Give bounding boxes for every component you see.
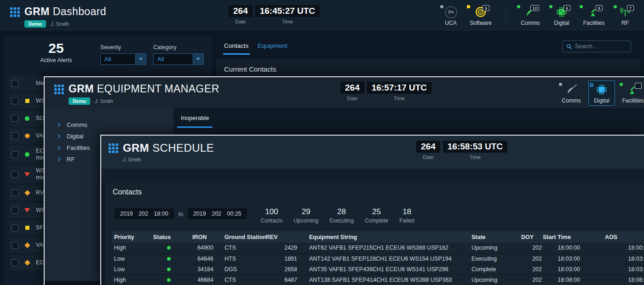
column-header[interactable]: IRON (192, 231, 215, 243)
alert-checkbox[interactable] (12, 207, 18, 214)
severity-select[interactable]: All (100, 53, 146, 65)
contacts-table: Priority Status IRON Ground Station REV … (112, 231, 644, 285)
count-badge: 6 (564, 5, 570, 11)
date-value: 264 (340, 82, 364, 94)
column-header[interactable]: State (466, 231, 521, 243)
status-tile-digital[interactable]: 6 Digital (548, 3, 575, 26)
status-dot (167, 246, 171, 250)
chevron-right-icon (58, 157, 61, 162)
satellite-dish-icon (565, 84, 577, 96)
table-row[interactable]: Low 34184 DGS 2658 ANT35 VAFB1 SFEP439CH… (112, 264, 644, 274)
status-tile-facilities[interactable]: 9 Facilities (579, 3, 609, 26)
range-start-input[interactable]: 2019 202 18:00 (115, 208, 174, 219)
severity-circle-icon (25, 116, 29, 121)
column-header[interactable]: AOS (581, 231, 644, 243)
severity-diamond-icon (24, 242, 30, 248)
app-grid-icon[interactable] (109, 143, 118, 155)
severity-diamond-icon (24, 260, 30, 266)
table-row[interactable]: High 46684 CTS 6487 ANT138 SAFB1 SFEP414… (112, 274, 644, 285)
alert-checkbox[interactable] (12, 189, 18, 196)
contact-stats: 100Contacts 29Upcoming 28Executing 25Com… (261, 207, 414, 224)
status-dot (167, 278, 171, 282)
range-end-input[interactable]: 2019 202 00:25 (188, 208, 247, 219)
alert-checkbox[interactable] (12, 97, 18, 104)
table-row[interactable]: High 64900 CTS 2429 ANT62 VAFB1 SFEP215C… (112, 243, 644, 253)
status-tile-digital[interactable]: Digital (588, 80, 615, 106)
table-row[interactable]: Low 64646 HTS 1891 ANT142 VAFB1 SFEP128C… (112, 253, 644, 264)
status-dot (580, 5, 583, 8)
page-title: GRMSCHEDULE (123, 142, 214, 154)
column-header[interactable]: REV (266, 231, 298, 243)
status-dot (590, 83, 593, 87)
column-header[interactable]: Ground Station (215, 231, 266, 243)
alert-checkbox[interactable] (12, 259, 18, 266)
alert-checkbox[interactable] (12, 115, 18, 122)
contacts-panel: Contacts 2019 202 18:00 to 2019 202 00:2… (105, 182, 644, 285)
search-icon (566, 44, 572, 50)
category-filter-label: Category (153, 44, 177, 51)
count-badge: 10 (530, 5, 539, 11)
category-select[interactable]: All (153, 53, 204, 65)
tab-equipment[interactable]: Equipment (258, 42, 288, 49)
severity-square-icon (25, 226, 29, 230)
time-value: 16:57:17 UTC (367, 82, 431, 94)
column-header[interactable]: Equipment String (298, 231, 466, 243)
divider (506, 6, 506, 25)
app-grid-icon[interactable] (10, 7, 20, 19)
page-title: GRMEQUIPMENT MANAGER (69, 83, 219, 95)
chevron-down-icon[interactable] (193, 54, 203, 64)
alert-checkbox[interactable] (12, 242, 18, 249)
sidebar-item-comms[interactable]: Comms (45, 119, 173, 131)
alert-checkbox[interactable] (12, 171, 18, 178)
status-tile-facilities[interactable]: Facilities (619, 80, 644, 104)
column-header[interactable]: DOY (521, 231, 543, 243)
stat-complete: 25Complete (365, 207, 388, 224)
clock: 264 Date 16:45:27 UTC Time (229, 5, 320, 24)
clock: 264 Date 16:57:17 UTC Time (340, 82, 431, 101)
column-header[interactable]: Status (153, 231, 192, 243)
demo-badge: Demo (69, 97, 90, 105)
schedule-toolbar (101, 169, 644, 182)
status-dot (440, 5, 443, 8)
demo-badge: Demo (24, 20, 46, 28)
username: J. Smith (51, 21, 69, 27)
status-dot (549, 5, 552, 8)
active-tab-indicator (223, 53, 250, 55)
chevron-right-icon (58, 122, 61, 127)
status-dot (559, 83, 562, 86)
status-tile-rf[interactable]: 7 RF (613, 3, 638, 26)
chevron-down-icon[interactable] (135, 54, 146, 64)
stat-upcoming: 29Upcoming (293, 207, 318, 224)
count-badge: 9 (596, 5, 603, 11)
time-value: 16:58:53 UTC (443, 141, 507, 153)
status-tile-uca[interactable]: 3% UCA (439, 3, 462, 26)
column-header[interactable]: Priority (112, 231, 153, 243)
uca-gauge-icon: 3% (445, 6, 457, 18)
status-tile-comms[interactable]: Comms (558, 80, 585, 104)
range-to-label: to (178, 211, 183, 217)
status-tile-software[interactable]: 6 Software (466, 3, 495, 26)
page-title: GRMDashboard (24, 6, 106, 17)
date-value: 264 (416, 141, 440, 153)
schedule-window[interactable]: GRMSCHEDULE J. Smith 264 Date 16:58:53 U… (100, 135, 644, 285)
stat-contacts: 100Contacts (261, 207, 282, 224)
status-tiles: Comms Digital (558, 80, 644, 106)
search-box[interactable] (562, 40, 631, 52)
dashboard-appbar: GRMDashboard Demo J. Smith 264 Date 16:4… (0, 0, 644, 30)
equipment-appbar: GRMEQUIPMENT MANAGER Demo J. Smith 264 D… (45, 77, 644, 108)
date-value: 264 (229, 5, 253, 17)
tab-inoperable[interactable]: Inoperable (177, 111, 213, 128)
app-grid-icon[interactable] (54, 85, 64, 96)
alert-checkbox[interactable] (12, 151, 18, 158)
search-input[interactable] (575, 43, 627, 50)
alert-checkbox[interactable] (12, 132, 18, 139)
status-tile-comms[interactable]: 10 Comms (516, 3, 545, 26)
column-header[interactable]: Start Time (543, 231, 581, 243)
select-all-checkbox[interactable] (12, 80, 18, 87)
section-title: Contacts (105, 188, 644, 196)
status-dot (167, 268, 171, 271)
tab-contacts[interactable]: Contacts (224, 42, 248, 49)
dashboard-window[interactable]: GRMDashboard Demo J. Smith 264 Date 16:4… (0, 0, 644, 30)
alert-checkbox[interactable] (12, 224, 18, 231)
section-title: Current Contacts (216, 59, 640, 73)
